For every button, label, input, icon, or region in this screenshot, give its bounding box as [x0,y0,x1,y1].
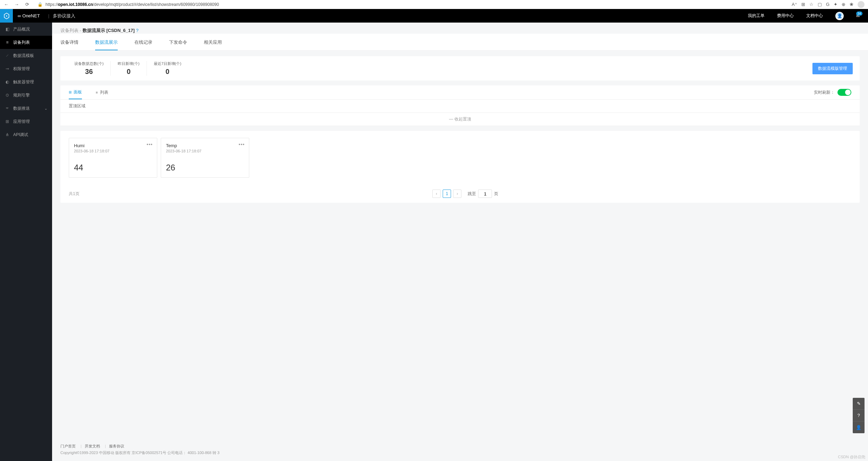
tab-0[interactable]: 设备详情 [60,39,78,50]
sidebar-label: 数据推送 [13,106,30,111]
realtime-toggle[interactable] [837,89,851,96]
collapse-pin-button[interactable]: — 收起置顶 [60,113,860,126]
sidebar-item-4[interactable]: ◐触发器管理 [0,75,52,89]
next-page-button[interactable]: › [453,190,461,198]
lock-icon: 🔒 [37,2,43,7]
stat-value: 0 [154,68,181,76]
card-timestamp: 2023-06-18 17:18:07 [74,149,152,153]
tab-icon[interactable]: ⊞ [801,2,805,7]
sidebar-item-5[interactable]: ⊙规则引擎 [0,89,52,102]
jump-page-input[interactable] [478,190,492,198]
prev-page-button[interactable]: ‹ [432,190,441,198]
sidebar-item-1[interactable]: ≡设备列表 [0,36,52,49]
stat-value: 36 [74,68,103,76]
crumb-1[interactable]: 设备列表 [60,28,78,33]
stat-block: 设备数据总数(个)36 [67,61,111,76]
content: 设备数据总数(个)36昨日新增(个)0最近7日新增(个)0数据流模版管理 ⊞ 面… [52,51,868,438]
brand-sub: 多协议接入 [53,13,75,19]
realtime-refresh: 实时刷新： [814,89,851,99]
page-1-button[interactable]: 1 [443,190,451,198]
mail-badge-count: 34 [856,11,862,16]
tab-2[interactable]: 在线记录 [134,39,152,50]
sidebar-label: 应用管理 [13,119,30,125]
page-total: 共1页 [69,191,80,197]
app-header: ∞ OneNET | 多协议接入 我的工单 费用中心 文档中心 👤 ✉ 34 [0,9,868,23]
sidebar-item-0[interactable]: ◧产品概况 [0,23,52,36]
header-link-docs[interactable]: 文档中心 [806,13,823,19]
grid-icon: ⊞ [69,90,72,94]
reload-icon[interactable]: ⟳ [24,2,30,7]
sidebar-label: 权限管理 [13,66,30,72]
extension-icon[interactable]: ✦ [834,2,837,7]
footer: 门户首页| 开发文档| 服务协议 Copyright©1999-2023 中国移… [52,438,868,461]
collection-icon[interactable]: ⊕ [842,2,845,7]
avatar[interactable]: 👤 [835,12,844,20]
sidebar-label: 设备列表 [13,40,30,45]
panel: ⊞ 面板 ≡ 列表 实时刷新： 置顶区域 — 收起置顶 [60,85,860,126]
help-tool-button[interactable]: ? [853,410,865,421]
dashboard-icon: ◧ [5,27,10,32]
tab-panel[interactable]: ⊞ 面板 [69,89,82,99]
breadcrumb: 设备列表 - 数据流展示 [CSDN_6_17]? [52,23,868,34]
sidebar-item-6[interactable]: ⫧数据推送⌄ [0,102,52,115]
list-icon: ≡ [96,91,98,94]
url-path: /develop/mqtt/product/#/device/list/show… [93,2,219,7]
cards-panel: •••Humi2023-06-18 17:18:0744•••Temp2023-… [60,131,860,203]
card-more-button[interactable]: ••• [239,142,245,147]
screen-icon[interactable]: ▢ [818,2,822,7]
header-right: 我的工单 费用中心 文档中心 👤 ✉ 34 [748,12,868,20]
copyright: Copyright©1999-2023 中国移动 版权所有 京ICP备05002… [60,450,860,455]
url-bar[interactable]: 🔒 https://open.iot.10086.cn/develop/mqtt… [35,1,787,8]
stat-value: 0 [118,68,139,76]
card-title: Humi [74,143,152,148]
page-tabs: 设备详情数据流展示在线记录下发命令相关应用 [52,34,868,51]
logo-square[interactable] [0,9,13,23]
stats-bar: 设备数据总数(个)36昨日新增(个)0最近7日新增(个)0数据流模版管理 [60,56,860,81]
brand-separator: | [48,13,49,18]
back-icon[interactable]: ← [3,2,9,7]
header-link-billing[interactable]: 费用中心 [777,13,794,19]
forward-icon[interactable]: → [14,2,19,7]
watermark: CSDN @孙启尧 [838,454,865,460]
stat-block: 最近7日新增(个)0 [147,61,188,76]
sidebar-label: 触发器管理 [13,79,34,85]
stat-block: 昨日新增(个)0 [111,61,147,76]
tab-4[interactable]: 相关应用 [204,39,222,50]
svg-point-0 [6,15,7,16]
sidebar-label: 规则引擎 [13,92,30,98]
sidebar-item-2[interactable]: ⟋数据流模板 [0,49,52,62]
tab-list[interactable]: ≡ 列表 [96,90,108,99]
tab-3[interactable]: 下发命令 [169,39,187,50]
sidebar-item-8[interactable]: ⋔API调试 [0,128,52,141]
help-icon[interactable]: ? [136,28,139,33]
footer-link-portal[interactable]: 门户首页 [60,444,76,448]
url-prefix: https:// [45,2,58,7]
crumb-2: 数据流展示 [CSDN_6_17] [83,28,135,33]
edit-tool-button[interactable]: ✎ [853,398,865,410]
footer-link-docs[interactable]: 开发文档 [85,444,100,448]
card-more-button[interactable]: ••• [147,142,153,147]
mail-button[interactable]: ✉ 34 [856,14,860,18]
text-size-icon[interactable]: A⁺ [792,2,797,7]
brand-text: OneNET [22,13,40,18]
footer-link-terms[interactable]: 服务协议 [109,444,124,448]
hexagon-icon [3,12,10,19]
profile-icon[interactable] [858,1,865,8]
browser-right-icons: A⁺ ⊞ ☆ ▢ G ✦ ⊕ ❀ [792,1,865,8]
header-link-orders[interactable]: 我的工单 [748,13,765,19]
key-icon: ⊸ [5,66,10,71]
tab-1[interactable]: 数据流展示 [95,39,118,50]
stat-label: 昨日新增(个) [118,61,139,66]
star-icon[interactable]: ☆ [809,2,813,7]
refresh-ext-icon[interactable]: G [826,2,829,7]
sidebar: ◧产品概况≡设备列表⟋数据流模板⊸权限管理◐触发器管理⊙规则引擎⫧数据推送⌄⊞应… [0,23,52,461]
sidebar-item-3[interactable]: ⊸权限管理 [0,62,52,75]
code-icon: ⋔ [5,132,10,137]
card-timestamp: 2023-06-18 17:18:07 [166,149,244,153]
user-tool-button[interactable]: 👤 [853,421,865,433]
pulse-icon: ⟋ [5,53,10,58]
puzzle-icon[interactable]: ❀ [850,2,853,7]
template-manage-button[interactable]: 数据流模版管理 [812,63,853,74]
sidebar-item-7[interactable]: ⊞应用管理 [0,115,52,128]
gauge-icon: ◐ [5,79,10,84]
